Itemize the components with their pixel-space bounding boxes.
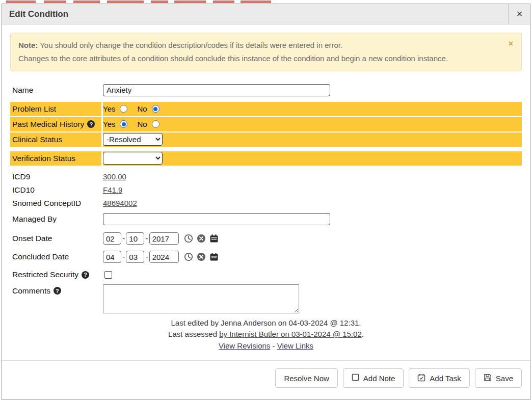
snomed-code-link[interactable]: 48694002 [103,199,137,207]
concluded-date-label: Concluded Date [10,252,103,261]
close-icon: ✕ [516,9,523,19]
past-medical-history-row: Past Medical History ? Yes No [10,117,522,131]
close-button[interactable]: ✕ [509,4,530,24]
calendar-check-icon [417,374,425,383]
onset-year-input[interactable] [149,232,179,245]
onset-date-label: Onset Date [10,234,103,243]
name-input[interactable] [103,84,330,96]
concluded-day-input[interactable] [126,251,144,263]
view-revisions-link[interactable]: View Revisions [219,341,270,350]
onset-calendar-icon[interactable] [209,234,219,243]
concluded-date-row: Concluded Date - - [10,250,522,264]
icd9-row: ICD9 300.00 [10,170,522,183]
last-assessed-text: Last assessed by Internist Butler on 03-… [10,329,522,340]
name-label: Name [10,86,103,95]
clinical-status-label: Clinical Status [10,132,103,147]
last-assessed-link[interactable]: by Internist Butler on 03-01-2024 @ 15:0… [219,330,362,338]
help-icon[interactable]: ? [87,120,95,128]
help-icon[interactable]: ? [82,271,89,279]
edit-condition-dialog: Edit Condition ✕ Note: You should only c… [2,4,530,400]
onset-day-input[interactable] [126,232,144,245]
icd10-code-link[interactable]: F41.9 [103,185,122,194]
dialog-header: Edit Condition ✕ [2,4,530,24]
problem-list-radio-group: Yes No [103,104,522,113]
concluded-calendar-icon[interactable] [209,252,219,261]
past-medical-history-radio-group: Yes No [103,120,522,128]
concluded-month-input[interactable] [103,251,121,263]
help-icon[interactable]: ? [54,287,61,295]
save-icon [484,374,492,383]
verification-status-row: Verification Status [10,151,522,166]
name-row: Name [10,83,522,98]
concluded-clear-icon[interactable] [197,252,206,261]
snomed-label: Snomed ConceptID [10,199,103,208]
verification-status-select[interactable] [103,152,163,165]
icd9-code-link[interactable]: 300.00 [103,172,126,181]
dialog-body: Note: You should only change the conditi… [2,24,530,399]
audit-info: Last edited by Jenna Anderson on 04-03-2… [10,317,522,352]
icd9-label: ICD9 [10,172,103,181]
note-icon [352,374,359,383]
concluded-year-input[interactable] [149,251,179,263]
comments-textarea[interactable] [103,284,299,313]
resolve-now-button[interactable]: Resolve Now [275,368,337,388]
problem-list-no-label: No [137,104,147,113]
note-label: Note: [18,41,38,49]
add-task-button[interactable]: Add Task [409,368,469,388]
clinical-status-row: Clinical Status -Resolved [10,132,522,147]
managed-by-input[interactable] [103,213,330,225]
problem-list-row: Problem List Yes No [10,102,522,116]
onset-clear-icon[interactable] [197,234,206,243]
verification-status-label: Verification Status [10,151,103,166]
pmh-no-label: No [137,120,147,128]
footer-button-bar: Resolve Now Add Note Add Task Save [10,368,522,388]
last-edited-text: Last edited by Jenna Anderson on 04-03-2… [10,317,522,329]
problem-list-yes-radio[interactable] [120,105,127,113]
save-button[interactable]: Save [475,368,522,388]
note-line-1: Note: You should only change the conditi… [18,39,501,52]
past-medical-history-label: Past Medical History ? [10,117,103,131]
restricted-security-label: Restricted Security ? [10,270,103,279]
warning-note-banner: Note: You should only change the conditi… [10,33,522,71]
managed-by-row: Managed By [10,211,522,227]
icd10-row: ICD10 F41.9 [10,183,522,197]
problem-list-label: Problem List [10,102,103,116]
problem-list-no-radio[interactable] [152,105,159,113]
onset-current-time-icon[interactable] [184,234,193,243]
pmh-no-radio[interactable] [152,120,159,128]
problem-list-yes-label: Yes [103,104,115,113]
view-links-line: View Revisions - View Links [10,340,522,352]
managed-by-label: Managed By [10,215,103,224]
pmh-yes-label: Yes [103,120,115,128]
footer-divider [2,360,530,361]
add-note-button[interactable]: Add Note [343,368,404,388]
restricted-security-row: Restricted Security ? [10,268,522,282]
pmh-yes-radio[interactable] [120,120,127,128]
onset-month-input[interactable] [103,232,121,245]
comments-label: Comments ? [10,284,103,296]
concluded-current-time-icon[interactable] [184,252,193,261]
note-line-2: Changes to the core attributes of a cond… [18,52,501,65]
background-page-sliver [0,0,532,4]
dismiss-note-icon[interactable]: × [509,40,513,48]
comments-row: Comments ? [10,284,522,313]
restricted-security-checkbox[interactable] [104,271,112,279]
clinical-status-select[interactable]: -Resolved [103,133,163,146]
view-links-link[interactable]: View Links [277,341,313,350]
onset-date-row: Onset Date - - [10,231,522,246]
icd10-label: ICD10 [10,185,103,195]
dialog-title: Edit Condition [2,9,68,19]
snomed-row: Snomed ConceptID 48694002 [10,197,522,210]
